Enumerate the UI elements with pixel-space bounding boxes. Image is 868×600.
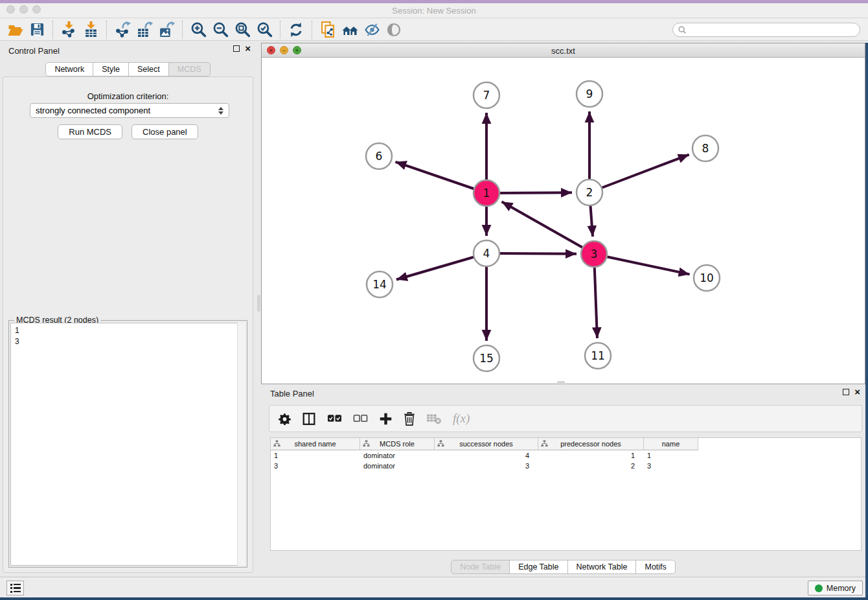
task-history-button[interactable] [6, 581, 24, 595]
tab-node-table[interactable]: Node Table [451, 560, 510, 574]
float-panel-icon[interactable] [843, 389, 849, 395]
column-header-shared-name[interactable]: shared name [271, 438, 360, 450]
mcds-result-textarea[interactable]: 1 3 [10, 323, 246, 566]
tab-network[interactable]: Network [45, 62, 93, 76]
svg-text:4: 4 [483, 247, 490, 260]
table-cell[interactable]: 1 [271, 450, 360, 461]
unchecked-boxes-icon [353, 414, 368, 423]
zoom-selected-button[interactable] [253, 20, 275, 40]
refresh-view-button[interactable] [285, 20, 307, 40]
show-graphics-button[interactable] [383, 20, 405, 40]
table-cell[interactable]: 1 [538, 450, 644, 461]
table-cell[interactable]: 3 [271, 461, 360, 471]
column-header-name[interactable]: name [644, 438, 698, 450]
export-table-button[interactable] [133, 20, 155, 40]
zoom-in-button[interactable] [187, 20, 209, 40]
table-cell[interactable]: dominator [360, 450, 435, 461]
float-panel-icon[interactable] [233, 45, 240, 52]
network-canvas[interactable]: 7968124314101511 [262, 58, 865, 384]
graph-node-7[interactable]: 7 [474, 82, 499, 108]
table-cell[interactable]: 4 [435, 450, 538, 461]
import-table-button[interactable] [80, 20, 102, 40]
search-input[interactable] [687, 24, 860, 36]
table-cell[interactable]: 2 [538, 461, 644, 471]
table-settings-button[interactable] [279, 413, 291, 425]
export-network-button[interactable] [111, 20, 133, 40]
network-window-titlebar[interactable]: × − + scc.txt [262, 43, 865, 58]
export-network-icon [115, 21, 131, 38]
select-all-rows-button[interactable] [327, 414, 342, 423]
table-columns-button[interactable] [302, 412, 316, 426]
tab-mcds[interactable]: MCDS [168, 62, 211, 76]
table-panel-title: Table Panel [270, 389, 314, 398]
graph-node-2[interactable]: 2 [577, 179, 602, 205]
hide-graphics-button[interactable] [361, 20, 383, 40]
edge-4-to-14[interactable] [396, 253, 486, 279]
result-scrollbar[interactable] [237, 323, 246, 566]
refresh-icon [288, 22, 304, 38]
edge-3-to-10[interactable] [594, 254, 690, 274]
first-neighbors-button[interactable] [339, 20, 361, 40]
memory-button[interactable]: Memory [808, 581, 863, 595]
clone-network-button[interactable] [317, 20, 339, 40]
svg-text:10: 10 [700, 271, 714, 284]
eye-icon [386, 22, 402, 38]
delete-table-button[interactable] [426, 413, 442, 424]
memory-status-icon [815, 584, 823, 592]
window-titlebar: Session: New Session [0, 0, 868, 18]
add-column-button[interactable] [379, 412, 393, 426]
toolbar-separator [312, 21, 312, 39]
tab-motifs[interactable]: Motifs [635, 560, 675, 574]
run-mcds-button[interactable]: Run MCDS [58, 124, 122, 139]
graph-node-3[interactable]: 3 [581, 241, 607, 267]
column-header-MCDS-role[interactable]: MCDS role [360, 438, 435, 450]
tab-style[interactable]: Style [93, 62, 129, 76]
graph-node-10[interactable]: 10 [694, 265, 720, 291]
table-row[interactable]: 3dominator323 [271, 461, 861, 471]
deselect-all-rows-button[interactable] [353, 414, 368, 423]
edge-3-to-1[interactable] [501, 202, 594, 254]
table-row[interactable]: 1dominator411 [271, 450, 861, 461]
edge-2-to-8[interactable] [589, 155, 689, 192]
graph-node-4[interactable]: 4 [474, 240, 499, 266]
table-cell[interactable]: 3 [644, 461, 698, 471]
function-builder-button[interactable]: f(x) [453, 411, 470, 426]
table-cell[interactable]: 3 [435, 461, 538, 471]
table-cell[interactable]: 1 [644, 450, 698, 461]
svg-text:7: 7 [483, 89, 490, 102]
network-graph[interactable]: 7968124314101511 [262, 58, 865, 384]
delete-column-button[interactable] [404, 412, 415, 426]
titlebar-accent-strip [0, 0, 868, 3]
export-image-button[interactable] [155, 20, 177, 40]
graph-node-11[interactable]: 11 [585, 343, 611, 369]
optimization-criterion-select[interactable]: strongly connected component [30, 103, 229, 118]
mcds-panel: Optimization criterion: strongly connect… [3, 76, 253, 573]
tab-edge-table[interactable]: Edge Table [509, 560, 567, 574]
graph-node-14[interactable]: 14 [367, 271, 393, 297]
select-spinner-icon [218, 107, 223, 115]
save-session-button[interactable] [26, 20, 48, 40]
panel-divider-handle[interactable] [257, 295, 260, 312]
column-header-successor-nodes[interactable]: successor nodes [435, 438, 538, 450]
main-toolbar [0, 19, 868, 41]
graph-node-6[interactable]: 6 [366, 143, 392, 169]
graph-node-8[interactable]: 8 [692, 135, 718, 161]
close-panel-icon[interactable]: × [854, 389, 860, 395]
open-session-button[interactable] [4, 20, 26, 40]
network-window-title: scc.txt [262, 46, 865, 56]
tab-network-table[interactable]: Network Table [567, 560, 637, 574]
import-network-button[interactable] [58, 20, 80, 40]
optimization-criterion-value: strongly connected component [36, 106, 150, 115]
zoom-fit-button[interactable] [231, 20, 253, 40]
tab-select[interactable]: Select [128, 62, 169, 76]
mcds-result-group: MCDS result (2 nodes) 1 3 [8, 320, 247, 568]
close-panel-icon[interactable]: × [245, 45, 251, 52]
graph-node-1[interactable]: 1 [474, 180, 499, 206]
table-cell[interactable]: dominator [360, 461, 435, 471]
graph-node-15[interactable]: 15 [474, 345, 499, 371]
edge-1-to-6[interactable] [396, 162, 486, 193]
graph-node-9[interactable]: 9 [577, 81, 602, 107]
column-header-predecessor-nodes[interactable]: predecessor nodes [538, 438, 644, 450]
zoom-out-button[interactable] [209, 20, 231, 40]
close-panel-button[interactable]: Close panel [131, 124, 198, 139]
